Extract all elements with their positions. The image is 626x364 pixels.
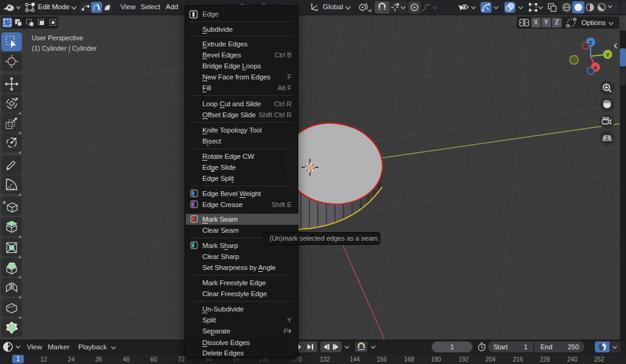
svg-text:Z: Z <box>589 40 592 46</box>
svg-text:Y: Y <box>606 52 609 58</box>
svg-text:X: X <box>594 65 597 71</box>
